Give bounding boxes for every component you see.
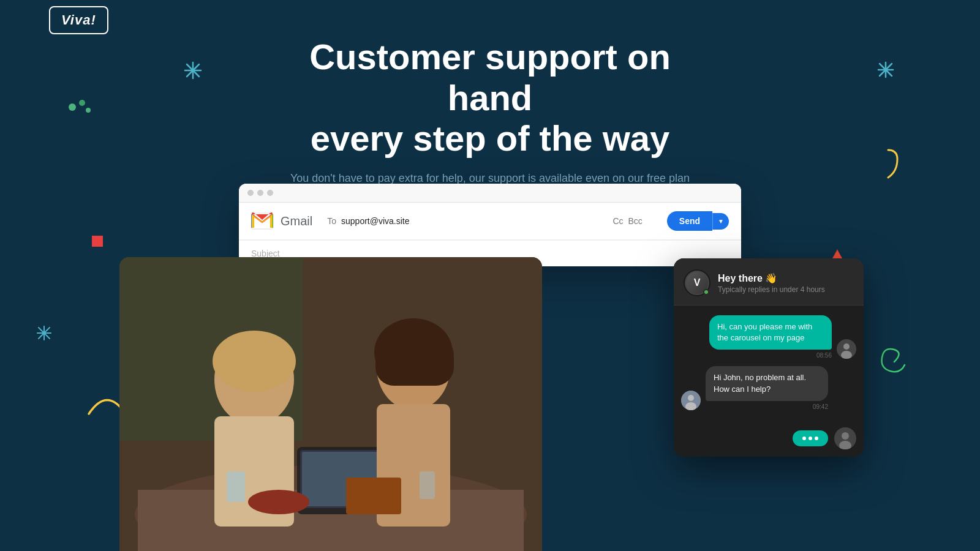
window-dots xyxy=(239,184,741,203)
svg-line-16 xyxy=(39,328,50,339)
gmail-m-icon xyxy=(251,212,273,230)
window-dot-3 xyxy=(267,190,273,196)
svg-line-17 xyxy=(39,328,50,339)
spiral-decoration xyxy=(879,347,910,380)
gmail-logo: Gmail xyxy=(251,212,312,230)
gmail-brand-label: Gmail xyxy=(281,214,312,228)
user-message-bubble: Hi, can you please me with the carousel … xyxy=(709,315,832,350)
user-avatar xyxy=(837,339,856,359)
chat-header: V Hey there 👋 Typically replies in under… xyxy=(674,258,864,305)
typing-dot-2 xyxy=(809,437,812,440)
logo-text: Viva! xyxy=(61,12,96,28)
svg-rect-11 xyxy=(92,236,103,247)
support-avatar-icon xyxy=(681,391,701,410)
gmail-send-dropdown[interactable]: ▼ xyxy=(712,213,729,230)
svg-rect-35 xyxy=(420,471,435,499)
chat-body: Hi, can you please me with the carousel … xyxy=(674,305,864,420)
online-status-dot xyxy=(703,289,709,295)
user-message-group: Hi, can you please me with the carousel … xyxy=(709,315,832,359)
logo: Viva! xyxy=(49,6,108,34)
svg-point-42 xyxy=(688,395,694,401)
background-scene xyxy=(119,257,542,551)
hero-title: Customer support on hand every step of t… xyxy=(276,37,704,159)
svg-rect-36 xyxy=(346,478,401,514)
red-square-decoration xyxy=(92,236,104,250)
chat-agent-name: Hey there 👋 xyxy=(718,272,825,284)
photo-section xyxy=(119,257,542,551)
gmail-to-label: To xyxy=(327,216,336,226)
chat-widget: V Hey there 👋 Typically replies in under… xyxy=(674,258,864,457)
svg-rect-34 xyxy=(227,471,245,502)
agent-message-row: Hi John, no problem at all. How can I he… xyxy=(681,366,856,410)
svg-point-39 xyxy=(843,343,850,350)
star-decoration-bottom-left xyxy=(37,326,51,343)
scene-illustration xyxy=(119,257,542,551)
typing-dot-1 xyxy=(802,437,806,440)
svg-point-29 xyxy=(213,331,296,392)
window-dot-2 xyxy=(257,190,263,196)
gmail-cc-label: Cc xyxy=(612,216,623,226)
agent-message-group: Hi John, no problem at all. How can I he… xyxy=(706,366,828,410)
gmail-bcc-label: Bcc xyxy=(628,216,643,226)
chat-footer xyxy=(674,420,864,457)
support-avatar xyxy=(681,391,701,410)
hero-section: Customer support on hand every step of t… xyxy=(0,37,980,187)
chat-header-text: Hey there 👋 Typically replies in under 4… xyxy=(718,272,825,294)
svg-rect-33 xyxy=(375,337,454,386)
gmail-send-button-group[interactable]: Send ▼ xyxy=(667,211,729,231)
square-icon xyxy=(92,236,104,248)
gmail-to-email: support@viva.site xyxy=(341,216,608,226)
user-avatar-icon xyxy=(837,339,856,359)
svg-point-45 xyxy=(842,432,849,440)
agent-message-time: 09:42 xyxy=(706,403,828,410)
user-footer-avatar-icon xyxy=(834,427,856,449)
user-avatar-footer xyxy=(834,427,856,449)
user-message-time: 08:56 xyxy=(709,352,832,359)
agent-message-bubble: Hi John, no problem at all. How can I he… xyxy=(706,366,828,400)
typing-indicator xyxy=(793,430,828,446)
typing-dot-3 xyxy=(815,437,818,440)
gmail-brand-row: Gmail To support@viva.site Cc Bcc Send ▼ xyxy=(239,203,741,240)
gmail-send-button[interactable]: Send xyxy=(667,211,712,231)
chat-agent-status: Typically replies in under 4 hours xyxy=(718,285,825,294)
asterisk-icon-3 xyxy=(37,326,51,340)
window-dot-1 xyxy=(247,190,254,196)
spiral-icon xyxy=(879,347,910,377)
user-message-row: Hi, can you please me with the carousel … xyxy=(681,315,856,359)
gmail-to-area: To support@viva.site Cc Bcc Send ▼ xyxy=(327,211,729,231)
svg-point-37 xyxy=(248,490,309,514)
agent-avatar: V xyxy=(684,269,710,296)
gmail-card: Gmail To support@viva.site Cc Bcc Send ▼… xyxy=(239,184,741,266)
